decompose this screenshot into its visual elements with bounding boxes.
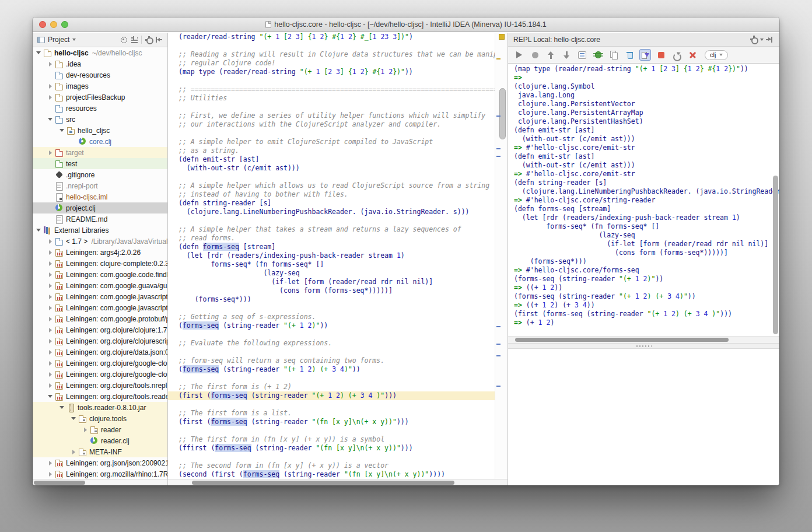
clear-output-trash-icon[interactable] [624,49,635,61]
tree-row[interactable]: Leiningen: org.clojure/tools.nrepl:0.2.1… [33,380,167,391]
tree-toggle-arrow-icon[interactable] [58,406,65,409]
debug-bug-icon[interactable] [592,49,604,61]
code-line[interactable]: (defn emit-str [ast] [168,155,495,164]
tree-row[interactable]: Leiningen: org.clojure/tools.reader:0.8.… [33,391,167,402]
hide-panel-icon[interactable] [764,34,774,45]
collapse-all-icon[interactable] [129,34,139,45]
code-line[interactable] [168,41,495,50]
stripe-change-marker[interactable] [496,355,501,356]
tree-row[interactable]: Leiningen: org.clojure/clojure:1.7.0 [33,324,167,335]
project-horizontal-scrollbar[interactable] [33,479,167,485]
code-line[interactable] [168,103,495,111]
execute-statement-icon[interactable] [576,49,588,61]
tree-row[interactable]: project.clj [33,202,167,214]
down-arrow-icon[interactable] [561,49,572,61]
duplicate-icon[interactable] [608,49,620,61]
tree-row[interactable]: clojure.tools [33,413,167,424]
close-window-button[interactable] [39,21,46,28]
code-line[interactable]: ;; Getting a seq of s-expressions. [168,313,495,321]
code-line[interactable]: (if-let [form (reader/read rdr nil nil)] [168,278,495,286]
tree-row[interactable]: Leiningen: org.clojure/google-closure-li… [33,358,167,369]
stripe-change-marker[interactable] [496,116,501,117]
tree-row[interactable]: hello_cljsc [33,125,167,136]
tree-toggle-arrow-icon[interactable] [47,284,54,288]
stop-icon[interactable] [655,49,667,61]
tree-toggle-arrow-icon[interactable] [47,306,54,310]
code-line[interactable]: ;; A simple helper to emit ClojureScript… [168,138,495,146]
tree-row[interactable]: dev-resources [33,69,167,80]
repl-horizontal-scrollbar[interactable] [508,336,779,343]
tree-toggle-arrow-icon[interactable] [47,84,54,89]
tree-row[interactable]: reader [33,424,167,435]
tree-toggle-arrow-icon[interactable] [47,317,54,321]
stripe-change-marker[interactable] [496,58,501,60]
tree-row[interactable]: images [33,80,167,92]
rerun-icon[interactable] [671,49,682,61]
code-line[interactable]: ;; Evaluate the following expressions. [168,339,495,348]
code-line[interactable] [168,426,495,435]
code-line[interactable] [168,129,495,138]
tree-toggle-arrow-icon[interactable] [47,150,54,155]
code-line[interactable]: (lazy-seq [168,269,495,278]
run-icon[interactable] [513,49,525,61]
code-line[interactable]: ;; instead of having to bother with file… [168,190,495,199]
tree-row[interactable]: Leiningen: args4j:2.0.26 [33,247,167,258]
code-line[interactable]: ;; form-seq will return a seq containing… [168,356,495,365]
code-line[interactable] [168,330,495,339]
code-line[interactable]: (ffirst (forms-seq (string-reader "(fn [… [168,444,495,453]
tree-row[interactable]: test [33,158,167,169]
tree-toggle-arrow-icon[interactable] [70,450,77,454]
tree-row[interactable]: Leiningen: com.google.javascript/closure… [33,291,167,302]
scrollbar-thumb[interactable] [34,481,85,485]
code-line[interactable]: ;; The second form in (fn [x y] (+ x y))… [168,461,495,470]
tree-row[interactable]: .idea [33,58,167,69]
tree-row[interactable]: Leiningen: org.mozilla/rhino:1.7R5 [33,468,167,480]
code-line[interactable]: (reader/read-string "(+ 1 [2 3] {1 2} #{… [168,33,495,41]
title-bar[interactable]: hello-cljsc.core - hello-cljsc - [~/dev/… [33,18,779,32]
code-line[interactable]: (forms-seq (string-reader "(+ 1 2) (+ 3 … [168,365,495,374]
stripe-change-marker[interactable] [496,344,501,345]
tree-toggle-arrow-icon[interactable] [47,328,54,332]
code-line[interactable] [168,400,495,409]
editor-vertical-scrollbar-thumb[interactable] [499,88,506,139]
code-line[interactable]: (first (forms-seq (string-reader "(fn [x… [168,418,495,426]
tree-toggle-arrow-icon[interactable] [47,395,54,398]
up-arrow-icon[interactable] [545,49,556,61]
code-line[interactable] [168,453,495,461]
tree-toggle-arrow-icon[interactable] [35,51,42,54]
code-line[interactable]: ;; The first form in (fn [x y] (+ x y)) … [168,435,495,444]
settings-gear-icon[interactable] [748,34,759,45]
repl-mode-select[interactable]: clj [705,50,728,60]
tree-toggle-arrow-icon[interactable] [47,250,54,255]
tree-toggle-arrow-icon[interactable] [82,428,89,432]
code-line[interactable]: (cons form (forms-seq*)))))] [168,286,495,295]
tree-toggle-arrow-icon[interactable] [47,95,54,100]
code-line[interactable]: ;; Reading a string will result in Cloju… [168,50,495,59]
tree-row[interactable]: core.clj [33,136,167,147]
tree-row[interactable]: hello-cljsc.iml [33,191,167,202]
tree-row[interactable]: Leiningen: com.google.protobuf/protobuf-… [33,313,167,324]
code-line[interactable]: ;; regular Clojure code! [168,59,495,68]
tree-row[interactable]: src [33,114,167,125]
tree-toggle-arrow-icon[interactable] [47,372,54,377]
tree-toggle-arrow-icon[interactable] [47,350,54,355]
tree-toggle-arrow-icon[interactable] [47,383,54,388]
code-line[interactable]: ;; =====================================… [168,85,495,94]
code-line[interactable]: ;; read forms. [168,234,495,243]
repl-vertical-scrollbar-thumb[interactable] [773,176,778,334]
code-line[interactable] [168,374,495,383]
tree-toggle-arrow-icon[interactable] [70,417,77,420]
tree-row[interactable]: Leiningen: com.google.javascript/closure… [33,302,167,313]
tree-row[interactable]: < 1.7 >/Library/Java/JavaVirtualMachines [33,236,167,247]
tree-toggle-arrow-icon[interactable] [47,261,54,266]
tree-row[interactable]: hello-cljsc~/dev/hello-cljsc [33,47,167,58]
editor-pane[interactable]: (reader/read-string "(+ 1 [2 3] {1 2} #{… [168,33,508,485]
settings-gear-icon[interactable] [144,34,154,45]
tree-row[interactable]: .gitignore [33,169,167,180]
code-line[interactable]: (forms-seq (string-reader "(+ 1 2)")) [168,321,495,330]
code-line[interactable] [168,348,495,356]
inspection-status-square[interactable] [499,34,505,40]
tree-toggle-arrow-icon[interactable] [47,118,54,121]
tree-row[interactable]: reader.clj [33,435,167,446]
tree-toggle-arrow-icon[interactable] [58,129,65,132]
